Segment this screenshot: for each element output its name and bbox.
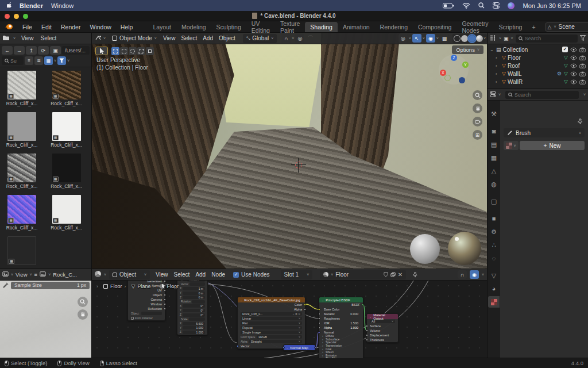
editor-type-shader-icon[interactable]: [95, 271, 101, 278]
editor-type-3d-viewport-icon[interactable]: ˅: [92, 34, 109, 43]
toggle-xray-icon[interactable]: ▩: [440, 34, 449, 43]
image-datablock-icon[interactable]: [40, 271, 46, 278]
shading-dropdown[interactable]: ˅: [483, 36, 486, 40]
properties-tab-tool[interactable]: ⚒: [488, 108, 500, 120]
output-target-select[interactable]: All˅: [370, 320, 395, 324]
shader-menu[interactable]: View: [153, 270, 171, 279]
output-input-socket[interactable]: Thickness: [367, 338, 398, 342]
viewport-menu[interactable]: Select: [178, 34, 200, 43]
display-thumbnails-icon[interactable]: ▦: [44, 56, 53, 65]
file-item[interactable]: ▦ Rock_Cliff_x...: [46, 194, 87, 232]
new-folder-button[interactable]: ▣: [50, 46, 61, 55]
viewport-menu[interactable]: View: [160, 34, 179, 43]
wifi-icon[interactable]: [462, 2, 470, 9]
rendered-shading-icon[interactable]: [476, 35, 483, 42]
principled-input-row[interactable]: Metallic0.000: [319, 312, 363, 316]
disable-render-camera-icon[interactable]: [579, 55, 586, 60]
principled-input-row[interactable]: Normal: [319, 330, 363, 335]
material-slot-selector[interactable]: Slot 1˅: [281, 270, 313, 279]
properties-tab-collection[interactable]: ▢: [488, 195, 500, 207]
properties-tab-output[interactable]: ▤: [488, 139, 500, 150]
pan-hand-icon[interactable]: [473, 103, 482, 113]
viewport-menu[interactable]: Add: [200, 34, 216, 43]
image-datablock-field[interactable]: Rock_Cliff_x...⌕ ▣ ✕: [241, 312, 302, 316]
fake-user-shield-icon[interactable]: [384, 272, 388, 277]
node-output-socket[interactable]: Object: [128, 293, 165, 297]
options-button[interactable]: Options˅: [452, 45, 483, 54]
file-item[interactable]: ▦ Rock_Cliff_x...: [46, 111, 87, 149]
file-item[interactable]: ▦ Rock_Cliff_x...: [1, 70, 42, 108]
material-selector[interactable]: ˅ Floor ✕: [320, 270, 406, 279]
workspace-tab[interactable]: Rendering: [375, 22, 413, 32]
properties-tab-modifiers[interactable]: ⚙: [488, 226, 500, 237]
mapping-row[interactable]: X 1 m: [177, 286, 207, 291]
workspace-tab[interactable]: Shading: [305, 22, 338, 32]
editor-type-outliner-icon[interactable]: [490, 35, 497, 42]
axis-z[interactable]: Z: [451, 55, 457, 61]
material-preview-shading-icon[interactable]: [469, 35, 475, 42]
brush-context-selector[interactable]: Brush ˅: [504, 128, 585, 137]
properties-tab-particles[interactable]: ∴: [488, 239, 500, 251]
workspace-tab[interactable]: Compositing: [413, 22, 457, 32]
add-workspace-button[interactable]: +: [527, 24, 540, 30]
pin-icon[interactable]: [412, 272, 418, 278]
pin-id-icon[interactable]: [577, 117, 583, 127]
apple-menu-icon[interactable]: [7, 2, 14, 9]
mapping-row[interactable]: Z 0 m: [177, 295, 207, 300]
node-principled-bsdf[interactable]: ⌄Principled BSDF BSDF Base Color Metalli…: [319, 297, 363, 358]
siri-icon[interactable]: [508, 2, 514, 9]
camera-view-icon[interactable]: [473, 117, 482, 126]
node-output-socket[interactable]: Window: [128, 302, 165, 306]
circle-select-icon[interactable]: [129, 47, 137, 55]
node-canvas[interactable]: › Floor › ▽ Plane › Floor GeneratedNorma…: [92, 281, 487, 358]
toggle-ortho-grid-icon[interactable]: ⊞: [473, 130, 482, 140]
shader-menu[interactable]: Add: [192, 270, 208, 279]
outliner-filter-icon[interactable]: [580, 35, 586, 42]
battery-icon[interactable]: [443, 3, 454, 9]
mapping-row[interactable]: X 5.600: [177, 321, 207, 326]
disable-render-camera-icon[interactable]: [579, 63, 586, 68]
mapping-row[interactable]: Y 0 m: [177, 291, 207, 296]
file-item[interactable]: ▦ Rock_Cliff_x...: [46, 70, 87, 108]
display-settings-dropdown[interactable]: ˅: [54, 59, 56, 63]
file-item[interactable]: ▦: [1, 235, 42, 267]
file-browser-menu[interactable]: View: [21, 35, 34, 41]
viewport-3d[interactable]: ˅ Object Mode˅ ViewSelectAddObject ⤡Glob…: [92, 33, 487, 269]
outliner-object-row[interactable]: › ▽ Floor ⚙ ▽: [494, 53, 587, 62]
proportional-editing-icon[interactable]: ◎: [295, 34, 304, 43]
axis-y[interactable]: Y: [462, 62, 469, 68]
navigation-axis-gizmo[interactable]: Z Y X: [439, 55, 469, 85]
node-image-texture[interactable]: ⌄Rock_Cliff_xccbbL_4K_BaseColor.jpg Colo…: [237, 297, 305, 349]
mapping-row[interactable]: Scale: [177, 317, 207, 321]
eyedropper-icon[interactable]: [2, 282, 9, 289]
principled-input-row[interactable]: Base Color: [319, 307, 363, 312]
properties-tab-material[interactable]: ◕: [488, 283, 500, 294]
workspace-tab[interactable]: Modeling: [176, 22, 211, 32]
editor-type-properties-icon[interactable]: [490, 91, 496, 98]
outliner-object-row[interactable]: › ▽ WallR ⚙ ▽: [494, 78, 587, 86]
snap-magnet-icon[interactable]: ∩: [281, 34, 291, 43]
workspace-tab[interactable]: Sculpting: [211, 22, 246, 32]
output-input-socket[interactable]: Surface: [367, 324, 398, 328]
filter-settings-dropdown[interactable]: ˅: [67, 59, 69, 63]
properties-tab-texture[interactable]: [488, 296, 500, 308]
properties-options-dropdown[interactable]: ˅: [583, 93, 586, 97]
close-window-button[interactable]: [5, 14, 10, 19]
principled-collapsed-section[interactable]: ›Thin Film: [319, 357, 363, 358]
path-field[interactable]: /Users/...: [62, 46, 90, 55]
back-button[interactable]: ←: [2, 46, 13, 55]
topbar-menu[interactable]: Help: [116, 24, 138, 30]
transform-orientation-selector[interactable]: ⤡Global˅: [243, 34, 277, 43]
outliner-collection-row[interactable]: ⌄ ▤ Collection ✓: [489, 45, 587, 53]
topbar-menu[interactable]: Window: [85, 24, 115, 30]
image-zoom-icon[interactable]: [78, 297, 88, 307]
properties-tab-data[interactable]: ▽: [488, 270, 500, 281]
principled-input-row[interactable]: Alpha1.000: [319, 325, 363, 330]
mapping-row[interactable]: Y 1.000: [177, 326, 207, 331]
snap-magnet-icon[interactable]: ∩: [458, 270, 467, 279]
use-nodes-checkbox[interactable]: ✓ Use Nodes: [233, 271, 269, 278]
node-mapping[interactable]: TypeTexture˅ Vector X 1 m Y 0 m Z: [177, 281, 208, 335]
topbar-menu[interactable]: File: [18, 24, 37, 30]
image-preview[interactable]: [0, 281, 91, 358]
output-input-socket[interactable]: Volume: [367, 328, 398, 333]
